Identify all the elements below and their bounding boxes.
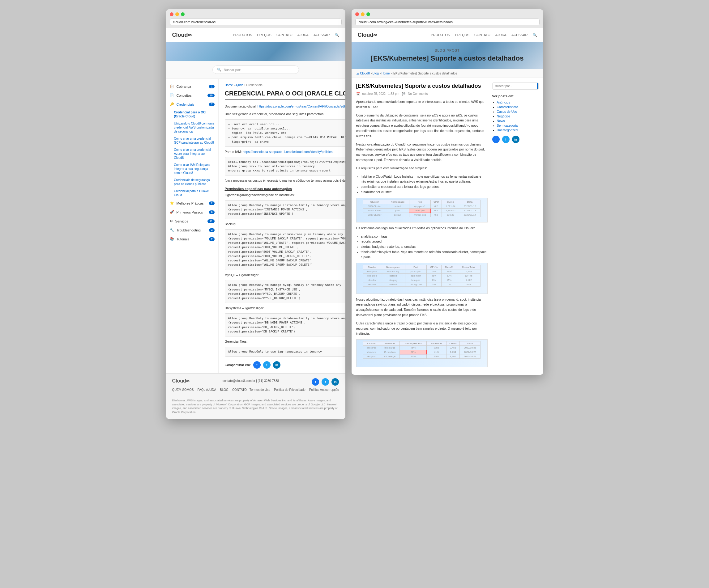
sidebar-item-servicos[interactable]: ⚙ Serviços 11 xyxy=(166,217,218,226)
iam-link[interactable]: https://console.sa-saopaulo-1.oracleclou… xyxy=(243,150,333,153)
blog-twitter-icon[interactable]: t xyxy=(502,136,509,143)
blog-para-3: Nesta nova atualização do Cloud8, conseg… xyxy=(356,142,488,163)
blog-breadcrumb-home[interactable]: Home xyxy=(382,72,390,75)
browser-window-2: cloud8.com.br/blog/eks-kubernetes-suport… xyxy=(351,9,543,375)
category-uncategorized[interactable]: Uncategorized xyxy=(497,128,539,132)
sidebar-badge-servicos: 11 xyxy=(208,219,214,223)
sidebar-label-tutoriais: Tutoriais xyxy=(177,237,189,241)
minimize-button-2[interactable] xyxy=(361,12,365,16)
linkedin-share-button[interactable]: in xyxy=(273,361,281,369)
sidebar-sub-azure[interactable]: Como criar uma credencial Azure para int… xyxy=(174,146,218,161)
close-button-1[interactable] xyxy=(170,12,174,16)
content-area-1: Home › Ajuda › Credenciais CREDENCIAL PA… xyxy=(218,79,345,373)
sidebar-item-primeiros[interactable]: 🚀 Primeiros Passos 6 xyxy=(166,207,218,217)
ligar-desligar-text: Ligar/desligar/upgrade/downgrade de inst… xyxy=(225,193,345,198)
facebook-share-button[interactable]: f xyxy=(253,361,261,369)
blog-req-2: permissão na credencial para leitura dos… xyxy=(361,184,488,189)
category-casos-de-uso[interactable]: Casos de Uso xyxy=(497,110,539,113)
nav-precos-2[interactable]: PREÇOS xyxy=(455,33,469,37)
code-block-3: Allow group ReadOnly to manage volume-fa… xyxy=(225,229,345,270)
footer-faq[interactable]: FAQ / AJUDA xyxy=(198,388,216,391)
blog-search-button[interactable]: 🔍 xyxy=(537,83,539,89)
footer-linkedin-icon[interactable]: in xyxy=(332,378,339,386)
sidebar-badge-melhores: 2 xyxy=(209,201,214,205)
footer-twitter-icon[interactable]: t xyxy=(321,378,329,386)
nav-ajuda-1[interactable]: AJUDA xyxy=(297,33,309,37)
sidebar-item-credenciais[interactable]: 🔑 Credenciais 7 xyxy=(166,100,218,109)
sidebar-item-conceitos[interactable]: 📄 Conceitos 10 xyxy=(166,91,218,100)
blog-para-4: Os requisitos para esta visualização são… xyxy=(356,166,488,171)
sidebar-sub-aws[interactable]: Utilizando o Cloud8 com uma credencial A… xyxy=(174,120,218,135)
code-block-4: Allow group ReadOnly to manage mysql-fam… xyxy=(225,280,345,303)
site-nav-1: Cloud∞ PRODUTOS PREÇOS CONTATO AJUDA ACE… xyxy=(166,28,345,42)
search-icon-nav-2[interactable]: 🔍 xyxy=(533,33,537,37)
maximize-button-2[interactable] xyxy=(366,12,370,16)
footer-facebook-icon[interactable]: f xyxy=(312,378,319,386)
blog-search-input[interactable] xyxy=(493,83,537,89)
blog-breadcrumb-cloud[interactable]: ☁ Cloud8 xyxy=(356,72,370,75)
sidebar-item-melhores[interactable]: ⭐ Melhores Práticas 2 xyxy=(166,199,218,207)
footer-blog[interactable]: BLOG xyxy=(220,388,229,391)
nav-ajuda-2[interactable]: AJUDA xyxy=(495,33,506,37)
footer-privacidade[interactable]: Política de Privacidade xyxy=(274,388,306,391)
share-label: Compartilhar em: xyxy=(225,363,251,367)
search-icon-nav-1[interactable]: 🔍 xyxy=(335,33,339,37)
category-caracteristicas[interactable]: Características xyxy=(497,105,539,109)
nav-contato-1[interactable]: CONTATO xyxy=(277,33,292,37)
twitter-share-button[interactable]: t xyxy=(263,361,270,369)
doc-link[interactable]: https://docs.oracle.com/en-us/iaas/Conte… xyxy=(258,105,345,108)
address-bar-1[interactable]: cloud8.com.br/credencial-oci xyxy=(170,19,342,25)
nav-produtos-1[interactable]: PRODUTOS xyxy=(233,33,252,37)
blog-breadcrumb-blog[interactable]: Blog xyxy=(373,72,379,75)
params-code: – user: ex: ocid1.user.oc1.... – tenancy… xyxy=(225,119,345,147)
breadcrumb-ajuda[interactable]: Ajuda xyxy=(236,83,244,87)
blog-comments: No Comments xyxy=(408,92,428,95)
category-sem-categoria[interactable]: Sem categoria xyxy=(497,123,539,127)
footer-quem-somos[interactable]: QUEM SOMOS xyxy=(172,388,194,391)
sidebar-sub-security[interactable]: Credenciais de segurança para os clouds … xyxy=(174,176,218,188)
sidebar-item-cobranca[interactable]: 📋 Cobrança 1 xyxy=(166,82,218,91)
nav-produtos-2[interactable]: PRODUTOS xyxy=(431,33,450,37)
footer-termos[interactable]: Termos de Uso xyxy=(250,388,270,391)
ver-posts-categories: Anúncios Características Casos de Uso Ne… xyxy=(497,101,539,132)
sidebar-1: 📋 Cobrança 1 📄 Conceitos 10 🔑 Credenc xyxy=(166,79,218,373)
close-button-2[interactable] xyxy=(355,12,359,16)
sidebar-item-tutoriais[interactable]: 📚 Tutoriais 7 xyxy=(166,234,218,244)
sidebar-badge-credenciais: 7 xyxy=(209,103,214,106)
traffic-lights-1 xyxy=(170,12,342,16)
site-footer-1: Cloud∞ contato@cloud8.com.br | (11) 3280… xyxy=(166,373,345,419)
sidebar-sub-iam[interactable]: Como usar IAM Role para integrar a sua s… xyxy=(174,161,218,176)
maximize-button-1[interactable] xyxy=(181,12,185,16)
sidebar-icon-tutoriais: 📚 xyxy=(170,237,174,241)
nav-contato-2[interactable]: CONTATO xyxy=(474,33,491,37)
footer-legal-links: Termos de Uso Política de Privacidade Po… xyxy=(250,388,339,391)
sidebar-item-troubleshooting[interactable]: 🔧 Troubleshooting 4 xyxy=(166,226,218,234)
breadcrumb-home[interactable]: Home xyxy=(225,83,233,87)
sidebar-sub-huawei[interactable]: Credencial para a Huawei Cloud xyxy=(174,188,218,199)
category-news[interactable]: News xyxy=(497,119,539,123)
category-negocios[interactable]: Negócios xyxy=(497,114,539,118)
blog-linkedin-icon[interactable]: in xyxy=(512,136,520,143)
category-anuncios[interactable]: Anúncios xyxy=(497,101,539,104)
blog-req-3: e habilitar por cluster: xyxy=(361,189,488,195)
blog-breadcrumb-row: ☁ Cloud8 › Blog › Home › [EKS/Kubernetes… xyxy=(351,69,543,78)
nav-acessar-1[interactable]: ACESSAR xyxy=(314,33,330,37)
nav-precos-1[interactable]: PREÇOS xyxy=(257,33,271,37)
blog-facebook-icon[interactable]: f xyxy=(492,136,500,143)
search-container-1: 🔍 Buscar por: xyxy=(166,61,345,79)
sidebar-label-melhores: Melhores Práticas xyxy=(177,201,204,205)
sidebar-sub-gcp[interactable]: Como criar uma credencial GCP para integ… xyxy=(174,135,218,146)
minimize-button-1[interactable] xyxy=(175,12,179,16)
footer-contato[interactable]: CONTATO xyxy=(232,388,247,391)
address-bar-2[interactable]: cloud8.com.br/blog/eks-kubernetes-suport… xyxy=(355,19,540,25)
site-nav-2: Cloud∞ PRODUTOS PREÇOS CONTATO AJUDA ACE… xyxy=(351,28,543,42)
nav-acessar-2[interactable]: ACESSAR xyxy=(511,33,528,37)
sidebar-badge-conceitos: 10 xyxy=(208,94,214,97)
sidebar-submenu-credenciais: Credencial para o OCI (Oracle Cloud) Uti… xyxy=(166,109,218,199)
blog-date: outubro 25, 2022 xyxy=(362,92,386,95)
footer-anticorrupcao[interactable]: Política Anticorrupção xyxy=(309,388,339,391)
blog-para-2: Com o aumento da utilização de container… xyxy=(356,113,488,139)
breadcrumb-current: Credenciais xyxy=(246,83,263,87)
sidebar-sub-oci[interactable]: Credencial para o OCI (Oracle Cloud) xyxy=(174,109,218,120)
blog-hero-label: BLOG://POST xyxy=(358,49,537,52)
